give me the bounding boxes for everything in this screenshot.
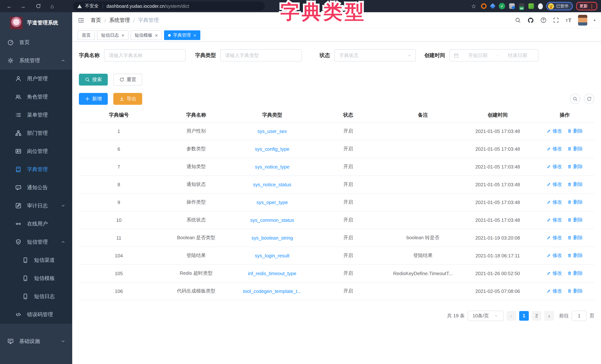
sidebar-item-message[interactable]: 通知公告 bbox=[0, 179, 72, 197]
delete-link[interactable]: 删除 bbox=[567, 163, 583, 170]
profile-paused-pill[interactable]: 已暂停 bbox=[546, 2, 573, 10]
delete-link[interactable]: 删除 bbox=[567, 217, 583, 223]
table-search-button[interactable] bbox=[570, 94, 580, 104]
ext-blue-gem-icon[interactable] bbox=[490, 3, 495, 9]
fullscreen-icon[interactable] bbox=[553, 17, 559, 23]
dict-type-link[interactable]: tool_codegen_template_t... bbox=[243, 288, 301, 294]
back-icon[interactable]: ← bbox=[5, 0, 14, 12]
sidebar-item-shield[interactable]: 短信管理 bbox=[0, 233, 72, 251]
font-size-icon[interactable]: TT bbox=[566, 17, 572, 23]
collapse-menu-icon[interactable] bbox=[78, 17, 84, 23]
dict-type-link[interactable]: sys_user_sex bbox=[257, 128, 287, 134]
table-refresh-button[interactable] bbox=[584, 94, 594, 104]
breadcrumb-home[interactable]: 首页 bbox=[91, 17, 101, 23]
home-icon[interactable]: ⌂ bbox=[48, 0, 57, 12]
address-bar[interactable]: 不安全 dashboard.yudao.iocoder.cn/system/di… bbox=[73, 1, 265, 11]
edit-link[interactable]: 修改 bbox=[547, 128, 562, 134]
ext-on-badge-icon[interactable]: on bbox=[519, 3, 524, 9]
delete-link[interactable]: 删除 bbox=[567, 288, 583, 294]
edit-link[interactable]: 修改 bbox=[547, 288, 562, 294]
sidebar-item-link[interactable]: 在线用户 bbox=[0, 215, 72, 233]
delete-link[interactable]: 删除 bbox=[567, 128, 583, 134]
forward-icon[interactable]: → bbox=[19, 0, 27, 12]
chevron-down-icon[interactable]: ▾ bbox=[594, 18, 595, 22]
edit-link[interactable]: 修改 bbox=[547, 145, 562, 152]
dict-type-link[interactable]: sys_config_type bbox=[255, 146, 289, 152]
sidebar-item-phone[interactable]: 短信日志 bbox=[0, 287, 72, 305]
sidebar-item-phone[interactable]: 短信渠道 bbox=[0, 251, 72, 269]
dict-type-link[interactable]: sys_notice_status bbox=[253, 182, 291, 187]
edit-icon bbox=[547, 271, 551, 275]
sidebar-item-users[interactable]: 角色管理 bbox=[0, 88, 72, 106]
prev-page-button[interactable]: ‹ bbox=[507, 311, 516, 321]
ext-white-ghost-icon[interactable] bbox=[538, 3, 543, 9]
kebab-menu-icon[interactable]: ⋮ bbox=[590, 3, 594, 9]
edit-link[interactable]: 修改 bbox=[547, 199, 562, 205]
sidebar-item-code[interactable]: 错误码管理 bbox=[0, 305, 72, 324]
sidebar-item-phone[interactable]: 短信模板 bbox=[0, 269, 72, 287]
ext-orange-ring-icon[interactable] bbox=[481, 3, 487, 9]
edit-link[interactable]: 修改 bbox=[547, 163, 562, 170]
delete-link[interactable]: 删除 bbox=[567, 234, 583, 241]
github-icon[interactable] bbox=[528, 17, 534, 23]
edit-link[interactable]: 修改 bbox=[547, 217, 562, 223]
close-icon[interactable]: × bbox=[155, 32, 158, 38]
bookmark-star-icon[interactable]: ☆ bbox=[471, 3, 476, 10]
sidebar-item-gauge[interactable]: 首页 bbox=[0, 33, 72, 51]
date-range-picker[interactable]: 开始日期 - 结束日期 bbox=[450, 49, 538, 61]
dict-type-link[interactable]: sys_login_result bbox=[255, 253, 289, 258]
breadcrumb-system[interactable]: 系统管理 bbox=[109, 17, 130, 23]
status-select[interactable]: 字典状态 bbox=[334, 49, 416, 61]
export-button[interactable]: 导出 bbox=[113, 93, 142, 105]
dict-type-link[interactable]: sys_oper_type bbox=[256, 199, 288, 205]
edit-icon bbox=[547, 129, 551, 133]
sidebar-item-dict[interactable]: 字典管理 bbox=[0, 160, 72, 179]
tab-3[interactable]: 字典管理× bbox=[164, 30, 200, 40]
delete-link[interactable]: 删除 bbox=[567, 145, 583, 152]
delete-link[interactable]: 删除 bbox=[567, 181, 583, 188]
dict-type-link[interactable]: sys_common_status bbox=[250, 217, 294, 223]
close-icon[interactable]: × bbox=[193, 32, 196, 38]
search-icon[interactable] bbox=[515, 17, 521, 23]
tab-0[interactable]: 首页 bbox=[78, 30, 95, 40]
help-icon[interactable] bbox=[541, 17, 547, 23]
tab-2[interactable]: 短信模板× bbox=[130, 30, 162, 40]
edit-link[interactable]: 修改 bbox=[547, 234, 562, 241]
delete-link[interactable]: 删除 bbox=[567, 252, 583, 259]
page-button-2[interactable]: 2 bbox=[532, 311, 541, 321]
sidebar-item-badge[interactable]: 岗位管理 bbox=[0, 142, 72, 160]
goto-input[interactable] bbox=[572, 311, 587, 321]
user-avatar[interactable] bbox=[578, 15, 588, 26]
reset-button[interactable]: 重置 bbox=[113, 74, 142, 86]
search-button[interactable]: 搜索 bbox=[79, 74, 108, 86]
breadcrumb: 首页 / 系统管理 / 字典管理 bbox=[91, 17, 159, 23]
tab-1[interactable]: 短信日志× bbox=[97, 30, 128, 40]
delete-link[interactable]: 删除 bbox=[567, 199, 583, 205]
sidebar-item-monitor[interactable]: 基础设施 bbox=[0, 332, 72, 350]
add-button[interactable]: 新增 bbox=[79, 93, 108, 105]
dict-type-link[interactable]: inf_redis_timeout_type bbox=[248, 271, 296, 276]
sidebar-item-menu[interactable]: 菜单管理 bbox=[0, 106, 72, 124]
sidebar-item-user[interactable]: 用户管理 bbox=[0, 70, 72, 88]
delete-link[interactable]: 删除 bbox=[567, 270, 583, 277]
ext-grid-diamond-icon[interactable] bbox=[509, 3, 515, 9]
dict-type-input[interactable] bbox=[220, 49, 302, 61]
edit-link[interactable]: 修改 bbox=[547, 252, 562, 259]
sidebar-item-gear[interactable]: 系统管理 bbox=[0, 51, 72, 70]
edit-link[interactable]: 修改 bbox=[547, 181, 562, 188]
dict-type-link[interactable]: sys_boolean_string bbox=[251, 235, 293, 241]
edit-link[interactable]: 修改 bbox=[547, 270, 562, 277]
dict-type-link[interactable]: sys_notice_type bbox=[255, 164, 289, 169]
ext-green-chip-icon[interactable] bbox=[528, 3, 534, 9]
page-size-select[interactable]: 10条/页 bbox=[468, 311, 504, 321]
update-button[interactable]: 更新 ⋮ bbox=[576, 2, 597, 10]
sidebar-item-audit[interactable]: 审计日志 bbox=[0, 197, 72, 215]
cell-remark bbox=[385, 140, 460, 158]
dict-name-input[interactable] bbox=[104, 49, 186, 61]
ext-green-check-icon[interactable]: ✓ bbox=[499, 3, 505, 9]
sidebar-item-tree[interactable]: 部门管理 bbox=[0, 124, 72, 142]
close-icon[interactable]: × bbox=[121, 32, 124, 38]
next-page-button[interactable]: › bbox=[544, 311, 554, 321]
page-button-1[interactable]: 1 bbox=[519, 311, 529, 321]
reload-icon[interactable] bbox=[36, 3, 41, 9]
